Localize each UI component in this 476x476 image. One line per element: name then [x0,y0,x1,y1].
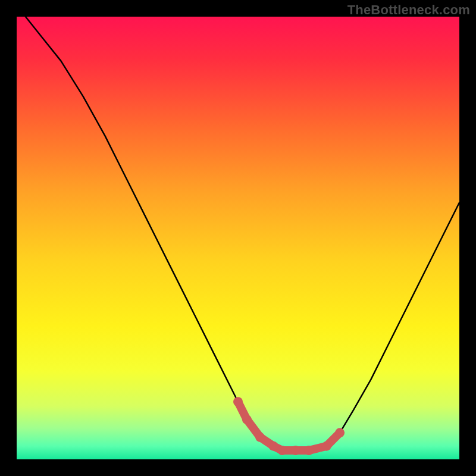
highlight-dot [335,428,345,437]
highlight-dot [242,415,252,424]
chart-frame: TheBottleneck.com [0,0,476,476]
highlight-dot [277,446,287,455]
highlight-dot [322,441,331,451]
highlight-dot [291,446,300,455]
highlight-dot [233,397,243,406]
chart-svg [17,17,459,459]
highlight-dot [269,441,278,451]
highlight-dot [304,446,314,455]
chart-plot-area [17,17,459,459]
watermark-text: TheBottleneck.com [347,2,470,18]
highlight-dot [255,433,265,442]
chart-background [17,17,459,459]
